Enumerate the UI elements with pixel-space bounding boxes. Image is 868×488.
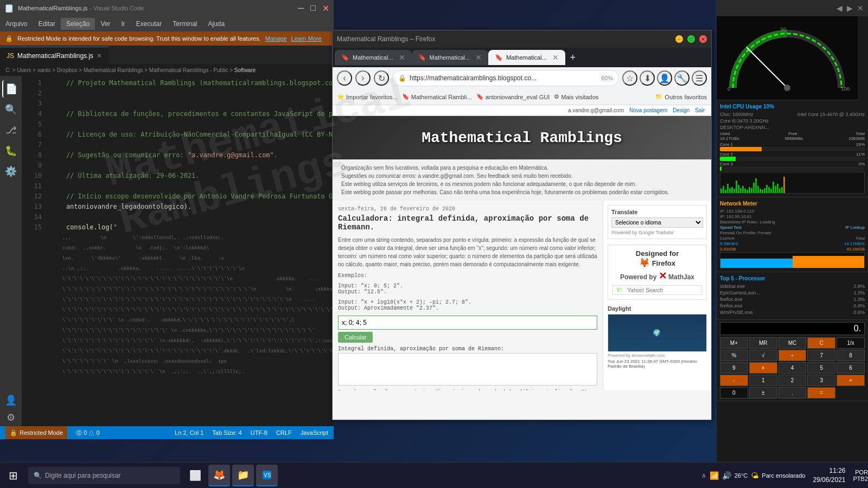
calc-btn-8[interactable]: 8 — [837, 350, 865, 361]
tray-up-arrow[interactable]: ∧ — [701, 472, 706, 479]
search-activity-icon[interactable]: 🔍 — [2, 101, 20, 118]
explorer-icon[interactable]: 📄 — [2, 80, 20, 98]
calc-btn-mul[interactable]: × — [749, 362, 777, 374]
profile-btn[interactable]: 👤 — [657, 70, 672, 86]
vscode-maximize-btn[interactable]: □ — [310, 3, 316, 14]
vscode-close-btn[interactable]: ✕ — [322, 3, 329, 14]
menu-arquivo[interactable]: Arquivo — [0, 18, 33, 30]
calc-btn-eq[interactable]: = — [807, 387, 835, 399]
calc-btn-7[interactable]: 7 — [807, 350, 835, 361]
download-btn[interactable]: ⬇ — [640, 70, 655, 86]
calcular-btn[interactable]: Calcular — [338, 332, 373, 343]
browser-tab-3[interactable]: 🔖 Mathematical... ✕ — [488, 50, 565, 65]
browser-tab-1[interactable]: 🔖 Mathematical... ✕ — [335, 50, 412, 65]
new-tab-btn[interactable]: + — [565, 50, 580, 65]
calc-btn-m-plus[interactable]: M+ — [720, 337, 748, 349]
back-btn[interactable]: ‹ — [337, 70, 352, 86]
status-language[interactable]: JavaScript — [301, 429, 328, 436]
blog-navbar-sair[interactable]: Sair — [695, 107, 705, 113]
taskbar-search-box[interactable]: 🔍 Digite aqui para pesquisar — [28, 467, 180, 484]
url-bar[interactable]: 🔒 https://mathematicalramblings.blogspot… — [392, 70, 619, 86]
status-encoding[interactable]: UTF-8 — [251, 429, 267, 436]
calc-btn-6[interactable]: 6 — [837, 362, 865, 374]
panel-next-btn[interactable]: ▶ — [847, 4, 853, 12]
tab3-close-icon[interactable]: ✕ — [552, 53, 559, 62]
calc-btn-5[interactable]: 5 — [807, 362, 835, 374]
account-icon[interactable]: 👤 — [2, 391, 20, 409]
bookmark-eval[interactable]: 🔖 antoniovandre_eval GUI — [476, 93, 550, 100]
bookmark-outros[interactable]: 📁 Outros favoritos — [655, 93, 707, 100]
start-button[interactable]: ⊞ — [0, 463, 26, 489]
browser-maximize-btn[interactable]: □ — [687, 35, 695, 43]
extensions-icon[interactable]: ⚙️ — [2, 163, 20, 180]
refresh-btn[interactable]: ↻ — [374, 70, 389, 86]
vscode-tab-close-icon[interactable]: ✕ — [97, 52, 102, 60]
tab1-close-icon[interactable]: ✕ — [399, 53, 405, 62]
panel-prev-btn[interactable]: ◀ — [837, 4, 843, 12]
menu-selecao[interactable]: Seleção — [61, 18, 95, 30]
debug-icon[interactable]: 🐛 — [2, 142, 20, 159]
browser-tab-2[interactable]: 🔖 Mathematical... ✕ — [412, 50, 489, 65]
status-errors[interactable]: ⓪ 0 △ 0 — [76, 429, 99, 437]
calc-btn-mc[interactable]: MC — [778, 337, 807, 349]
forward-btn[interactable]: › — [355, 70, 371, 86]
speed-test-link[interactable]: Speed Test — [720, 225, 742, 230]
extensions-browser-btn[interactable]: 🔧 — [674, 70, 690, 86]
calc-btn-sign[interactable]: ± — [749, 387, 777, 399]
integral-input[interactable] — [338, 316, 597, 330]
tab2-close-icon[interactable]: ✕ — [475, 53, 482, 62]
yahoo-search-input[interactable] — [625, 286, 701, 294]
calc-btn-div[interactable]: ÷ — [778, 350, 807, 361]
vscode-minimize-btn[interactable]: ─ — [298, 3, 304, 14]
status-restricted-mode[interactable]: 🔒 Restricted Mode — [5, 426, 67, 439]
blog-navbar-new-post[interactable]: Nova postagem — [629, 107, 667, 113]
status-tab-size[interactable]: Tab Size: 4 — [212, 429, 241, 436]
taskbar-task-view-btn[interactable]: ⬜ — [184, 465, 206, 486]
vscode-tab-main[interactable]: JS MathematicalRamblings.js ✕ — [0, 47, 109, 64]
menu-editar[interactable]: Editar — [33, 18, 61, 30]
calc-btn-minus[interactable]: - — [720, 375, 748, 386]
calc-btn-sqrt[interactable]: √ — [749, 350, 777, 361]
calc-btn-2[interactable]: 2 — [778, 375, 807, 386]
panel-close-btn[interactable]: ✕ — [857, 4, 864, 12]
git-icon[interactable]: ⎇ — [2, 121, 20, 139]
integral-output-box[interactable] — [338, 353, 597, 386]
ip-lookup-link[interactable]: IP Lookup — [845, 225, 865, 230]
taskbar-firefox-btn[interactable]: 🦊 — [208, 465, 230, 486]
menu-ir[interactable]: Ir — [116, 18, 130, 30]
calc-btn-percent[interactable]: % — [720, 350, 748, 361]
blog-navbar-design[interactable]: Design — [673, 107, 690, 113]
calc-btn-3[interactable]: 3 — [807, 375, 835, 386]
taskbar-explorer-btn[interactable]: 📁 — [232, 465, 254, 486]
bookmark-import[interactable]: ⭐ Importar favoritos... — [337, 93, 398, 100]
calc-btn-mr[interactable]: MR — [749, 337, 777, 349]
settings-icon[interactable]: ⚙ — [2, 409, 20, 426]
restricted-manage-link[interactable]: Manage — [265, 35, 287, 42]
calc-btn-9[interactable]: 9 — [720, 362, 748, 374]
calc-btn-4[interactable]: 4 — [778, 362, 807, 374]
tray-network-icon[interactable]: 📶 — [710, 471, 719, 480]
restricted-learn-more-link[interactable]: Learn More — [291, 35, 322, 42]
bookmark-star-btn[interactable]: ☆ — [622, 70, 637, 86]
calc-btn-1[interactable]: 1 — [749, 375, 777, 386]
taskbar-vscode-btn[interactable]: VS — [256, 465, 278, 486]
menu-ajuda[interactable]: Ajuda — [203, 18, 231, 30]
calc-btn-plus[interactable]: + — [837, 375, 865, 386]
menu-ver[interactable]: Ver — [95, 18, 116, 30]
bookmark-mathematical[interactable]: 🔖 Mathematical Rambli... — [402, 93, 472, 100]
menu-btn[interactable]: ☰ — [692, 70, 707, 86]
calc-btn-inv[interactable]: 1/x — [837, 337, 865, 349]
status-line-ending[interactable]: CRLF — [276, 429, 292, 436]
tray-speaker-icon[interactable]: 🔊 — [722, 471, 731, 480]
vscode-editor[interactable]: // Projeto Mathematical Ramblings (mathe… — [46, 76, 334, 426]
menu-terminal[interactable]: Terminal — [167, 18, 202, 30]
bookmark-mais-visitados[interactable]: ⚙ Mais visitados — [554, 93, 598, 100]
calc-btn-0[interactable]: 0 — [720, 387, 748, 399]
menu-executar[interactable]: Executar — [131, 18, 167, 30]
calc-btn-dot[interactable]: . — [778, 387, 807, 399]
translate-select[interactable]: Selecione o idioma — [611, 217, 703, 228]
taskbar-clock[interactable]: 11:26 29/06/2021 — [813, 466, 845, 485]
browser-minimize-btn[interactable]: − — [675, 35, 683, 43]
browser-close-btn[interactable]: ✕ — [699, 35, 707, 43]
calc-btn-c[interactable]: C — [807, 337, 835, 349]
